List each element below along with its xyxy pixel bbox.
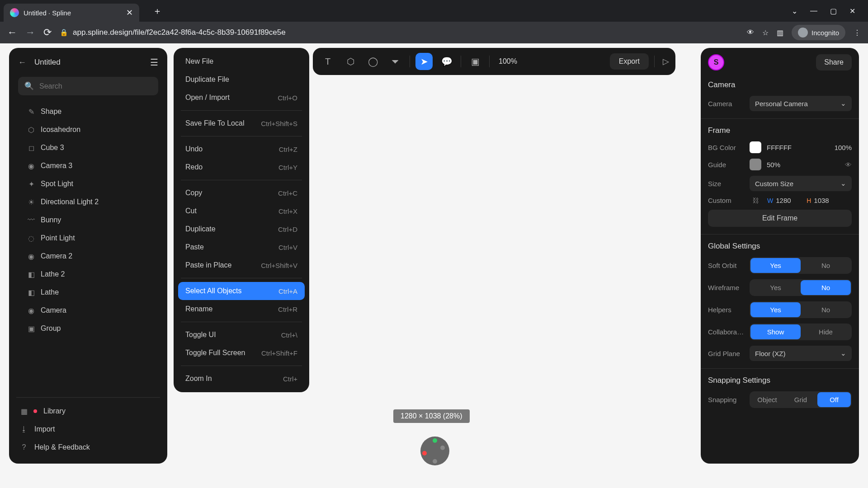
snap-object[interactable]: Object [750, 392, 784, 407]
size-select-value: Custom Size [755, 180, 793, 188]
snap-off[interactable]: Off [817, 392, 851, 407]
import-button[interactable]: ⭳ Import [16, 420, 160, 438]
guide-swatch[interactable] [750, 159, 761, 170]
export-button[interactable]: Export [610, 53, 649, 70]
back-arrow-icon[interactable]: ← [18, 58, 26, 67]
shape-object[interactable] [452, 260, 461, 274]
close-icon[interactable]: ✕ [126, 8, 133, 18]
gizmo-z-axis-icon[interactable] [440, 446, 445, 450]
bookmark-icon[interactable]: ☆ [762, 28, 769, 37]
tree-item-bunny[interactable]: 〰Bunny [16, 211, 160, 229]
gizmo-x-axis-icon[interactable] [422, 451, 427, 455]
soft-orbit-no[interactable]: No [801, 258, 851, 273]
tree-item-spot-light[interactable]: ✦Spot Light [16, 175, 160, 193]
tag-tool-icon[interactable]: ⏷ [387, 53, 404, 70]
helpers-no[interactable]: No [801, 302, 851, 317]
tree-item-group[interactable]: ▣Group [16, 319, 160, 338]
incognito-badge[interactable]: Incognito [792, 25, 845, 40]
sphere-tool-icon[interactable]: ◯ [364, 53, 382, 70]
tabs-dropdown-icon[interactable]: ⌄ [792, 7, 797, 15]
zoom-level[interactable]: 100% [499, 57, 517, 66]
bgcolor-opacity[interactable]: 100% [830, 144, 852, 151]
new-tab-button[interactable]: ＋ [153, 5, 162, 17]
menu-item-duplicate[interactable]: DuplicateCtrl+D [178, 220, 305, 238]
search-box[interactable]: 🔍 [18, 77, 158, 95]
url-field[interactable]: 🔒 app.spline.design/file/f2ec2a42-8f6a-4… [60, 28, 739, 37]
gizmo-neg-axis-icon[interactable] [433, 459, 437, 464]
menu-item-duplicate-file[interactable]: Duplicate File [178, 70, 305, 89]
tree-item-point-light[interactable]: ◌Point Light [16, 229, 160, 247]
menu-item-copy[interactable]: CopyCtrl+C [178, 184, 305, 202]
menu-item-rename[interactable]: RenameCtrl+R [178, 300, 305, 318]
minimize-icon[interactable]: ― [810, 7, 817, 15]
edit-frame-button[interactable]: Edit Frame [708, 210, 852, 227]
file-title[interactable]: Untitled [34, 58, 142, 67]
size-select[interactable]: Custom Size ⌄ [750, 176, 852, 191]
comment-tool-icon[interactable]: 💬 [438, 53, 455, 70]
kebab-menu-icon[interactable]: ⋮ [854, 28, 861, 37]
width-input[interactable] [776, 197, 801, 204]
bgcolor-swatch[interactable] [750, 141, 761, 153]
tree-item-camera-2[interactable]: ◉Camera 2 [16, 247, 160, 265]
menu-item-redo[interactable]: RedoCtrl+Y [178, 158, 305, 176]
frame-tool-icon[interactable]: ▣ [467, 53, 484, 70]
cube-object[interactable] [314, 194, 377, 314]
collab-show[interactable]: Show [750, 324, 801, 339]
menu-item-new-file[interactable]: New File [178, 52, 305, 70]
menu-item-paste[interactable]: PasteCtrl+V [178, 238, 305, 256]
incognito-icon [798, 28, 808, 38]
forward-icon[interactable]: → [25, 27, 35, 38]
play-icon[interactable]: ▷ [663, 56, 669, 66]
menu-item-toggle-full-screen[interactable]: Toggle Full ScreenCtrl+Shift+F [178, 344, 305, 362]
tree-item-lathe-2[interactable]: ◧Lathe 2 [16, 265, 160, 283]
menu-item-undo[interactable]: UndoCtrl+Z [178, 140, 305, 158]
visibility-icon[interactable]: 👁 [845, 161, 852, 169]
tree-item-lathe[interactable]: ◧Lathe [16, 283, 160, 301]
search-input[interactable] [39, 82, 152, 90]
close-window-icon[interactable]: ✕ [849, 7, 855, 15]
wireframe-yes[interactable]: Yes [750, 280, 801, 295]
menu-item-open-import[interactable]: Open / ImportCtrl+O [178, 89, 305, 107]
browser-tab[interactable]: Untitled · Spline ✕ [4, 4, 139, 22]
grid-plane-select[interactable]: Floor (XZ) ⌄ [750, 346, 852, 361]
user-avatar[interactable]: S [708, 54, 724, 70]
soft-orbit-yes[interactable]: Yes [750, 258, 801, 273]
eye-off-icon[interactable]: 👁 [747, 28, 754, 37]
maximize-icon[interactable]: ▢ [830, 7, 837, 15]
tree-item-cube-3[interactable]: ◻Cube 3 [16, 139, 160, 157]
reload-icon[interactable]: ⟳ [43, 27, 52, 38]
menu-item-toggle-ui[interactable]: Toggle UICtrl+\ [178, 326, 305, 344]
panel-icon[interactable]: ▥ [777, 28, 783, 37]
gizmo-y-axis-icon[interactable] [433, 438, 437, 443]
select-tool-icon[interactable]: ➤ [415, 53, 433, 70]
library-button[interactable]: ▦ Library [16, 402, 160, 420]
back-icon[interactable]: ← [7, 27, 17, 38]
shape-tool-icon[interactable]: ⬡ [342, 53, 359, 70]
tree-item-camera-3[interactable]: ◉Camera 3 [16, 157, 160, 175]
menu-item-paste-in-place[interactable]: Paste in PlaceCtrl+Shift+V [178, 256, 305, 274]
orientation-gizmo[interactable] [420, 436, 449, 465]
main-menu-icon[interactable]: ☰ [150, 57, 158, 68]
tree-item-icosahedron[interactable]: ⬡Icosahedron [16, 121, 160, 139]
menu-item-zoom-in[interactable]: Zoom InCtrl+ [178, 370, 305, 388]
tree-item-shape[interactable]: ✎Shape [16, 103, 160, 121]
snap-grid[interactable]: Grid [784, 392, 817, 407]
tree-item-camera[interactable]: ◉Camera [16, 301, 160, 319]
collab-hide[interactable]: Hide [801, 324, 851, 339]
tree-item-directional-light-2[interactable]: ☀Directional Light 2 [16, 193, 160, 211]
guide-opacity[interactable]: 50% [767, 161, 840, 169]
helpers-yes[interactable]: Yes [750, 302, 801, 317]
height-input[interactable] [814, 197, 839, 204]
help-button[interactable]: ? Help & Feedback [16, 438, 160, 456]
wireframe-no[interactable]: No [801, 280, 851, 295]
menu-item-save-file-to-local[interactable]: Save File To LocalCtrl+Shift+S [178, 114, 305, 132]
menu-item-cut[interactable]: CutCtrl+X [178, 202, 305, 220]
menu-item-select-all-objects[interactable]: Select All ObjectsCtrl+A [178, 282, 305, 300]
camera-select[interactable]: Personal Camera ⌄ [750, 96, 852, 111]
text-tool-icon[interactable]: T [319, 53, 336, 70]
icosahedron-object[interactable] [384, 238, 434, 283]
link-icon[interactable]: ⛓ [752, 197, 759, 204]
bgcolor-hex[interactable]: FFFFFF [767, 144, 825, 151]
menu-item-label: Redo [185, 163, 203, 171]
share-button[interactable]: Share [816, 54, 852, 70]
